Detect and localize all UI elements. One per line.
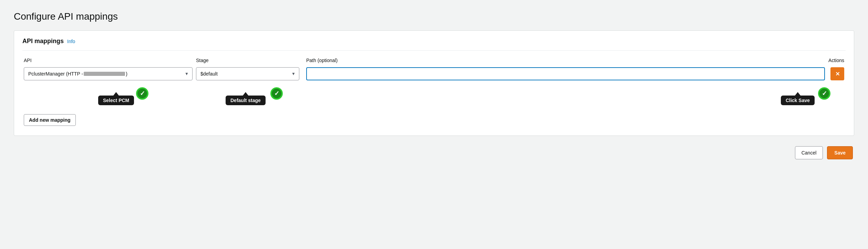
- col-header-api: API: [24, 58, 196, 63]
- callout-save: Click Save: [781, 96, 815, 105]
- stage-select[interactable]: $default ▼: [196, 67, 299, 80]
- footer-row: Cancel Save: [14, 146, 854, 159]
- callout-stage: Default stage: [226, 96, 266, 105]
- delete-row-button[interactable]: ✕: [830, 67, 844, 80]
- api-value-blurred: [84, 72, 125, 76]
- api-value-prefix: PclusterManager (HTTP -: [28, 71, 83, 77]
- page-title: Configure API mappings: [14, 11, 854, 22]
- cancel-button[interactable]: Cancel: [795, 146, 823, 159]
- callout-stage-arrow: [243, 92, 248, 96]
- col-header-stage: Stage: [196, 58, 306, 63]
- green-check-pcm: ✓: [136, 87, 148, 100]
- path-input-wrapper: [306, 67, 825, 80]
- callout-save-label: Click Save: [786, 98, 810, 103]
- green-check-save: ✓: [818, 87, 830, 100]
- add-mapping-row: Add new mapping: [22, 114, 846, 126]
- callout-pcm-label: Select PCM: [103, 98, 129, 103]
- delete-icon: ✕: [835, 71, 840, 77]
- api-value-suffix: ): [126, 71, 127, 77]
- data-row-container: PclusterManager (HTTP - ) ▼ $default ▼: [22, 67, 846, 80]
- table-row: PclusterManager (HTTP - ) ▼ $default ▼: [22, 67, 846, 80]
- green-check-save-wrapper: ✓: [818, 87, 830, 100]
- green-check-stage-wrapper: ✓: [270, 87, 283, 100]
- add-mapping-button[interactable]: Add new mapping: [24, 114, 76, 126]
- callout-pcm-arrow: [113, 92, 119, 96]
- stage-value: $default: [200, 71, 218, 77]
- callout-save-arrow: [795, 92, 800, 96]
- main-card: API mappings Info API Stage Path (option…: [14, 30, 854, 136]
- info-link[interactable]: Info: [67, 39, 75, 44]
- path-input[interactable]: [306, 67, 825, 80]
- api-select[interactable]: PclusterManager (HTTP - ) ▼: [24, 67, 193, 80]
- api-dropdown-arrow: ▼: [185, 71, 189, 76]
- card-header: API mappings Info: [22, 38, 846, 51]
- green-check-stage: ✓: [270, 87, 283, 100]
- col-header-path: Path (optional): [306, 58, 817, 63]
- card-section-title: API mappings: [22, 38, 64, 45]
- api-select-wrapper: PclusterManager (HTTP - ) ▼: [24, 67, 193, 80]
- green-check-pcm-wrapper: ✓: [136, 87, 148, 100]
- callout-pcm: Select PCM: [98, 96, 134, 105]
- col-header-actions: Actions: [817, 58, 844, 63]
- save-button[interactable]: Save: [827, 146, 853, 159]
- stage-select-wrapper: $default ▼: [196, 67, 299, 80]
- stage-dropdown-arrow: ▼: [291, 71, 296, 76]
- callout-stage-label: Default stage: [230, 98, 261, 103]
- table-header: API Stage Path (optional) Actions: [22, 58, 846, 63]
